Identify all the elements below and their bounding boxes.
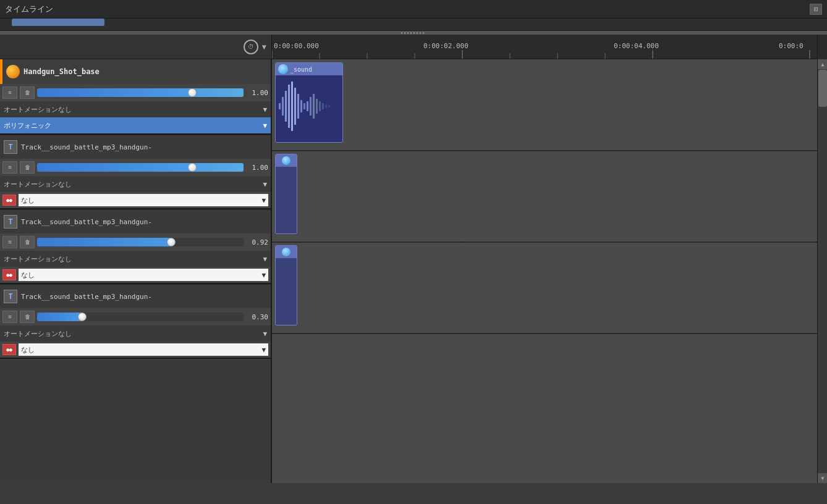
track-type-label-3: T: [8, 292, 12, 301]
track-type-label-1: T: [8, 143, 12, 151]
sub-track-2-automation-label: オートメーションなし: [4, 254, 72, 264]
svg-rect-27: [282, 97, 284, 116]
sub-track-2-name: Track__sound_battle_mp3_handgun-: [21, 218, 152, 226]
svg-rect-39: [319, 101, 321, 111]
sub-track-3-slider-thumb[interactable]: [78, 313, 87, 321]
sub-track-3-volume-row: ≋ 🗑 0.30: [0, 308, 271, 326]
sub-track-2-volume-value: 0.92: [246, 238, 268, 246]
timer-icon[interactable]: ⏱: [244, 40, 258, 54]
audio-clip-2-icon: [282, 156, 291, 165]
send-icon-2[interactable]: ●●: [2, 269, 16, 280]
svg-rect-28: [285, 91, 287, 122]
sub-track-3-automation-label: オートメーションなし: [4, 329, 72, 338]
svg-text:0:00:04.000: 0:00:04.000: [614, 42, 659, 50]
sub-track-2-send-row: ●● なし ▼: [0, 267, 271, 283]
sub-track-3-send-select[interactable]: なし ▼: [19, 343, 268, 356]
svg-text:0:00:0: 0:00:0: [779, 42, 804, 50]
sub-track-3: T Track__sound_battle_mp3_handgun- ≋ 🗑 0…: [0, 284, 271, 359]
sub-track-3-send-arrow[interactable]: ▼: [261, 346, 266, 354]
sub-track-2-slider-thumb[interactable]: [167, 238, 176, 246]
track-type-label-2: T: [8, 217, 12, 226]
sub-track-2-automation-arrow[interactable]: ▼: [263, 255, 267, 263]
track-type-icon-1: T: [4, 140, 17, 154]
restore-button[interactable]: ⊡: [810, 4, 822, 15]
track-header-space: ⏱ ▼: [0, 35, 272, 59]
master-icon-btn-1[interactable]: ≋: [2, 86, 17, 99]
sub-track-3-volume-slider[interactable]: [37, 313, 244, 321]
sub-track-3-volume-value: 0.30: [246, 313, 268, 321]
audio-clip-2-header: [276, 154, 297, 167]
master-polyphonic-label: ポリフォニック: [4, 121, 51, 130]
sub-track-1-header: T Track__sound_battle_mp3_handgun-: [0, 135, 271, 159]
right-scrollbar-top[interactable]: [817, 35, 827, 59]
sub-track-1-volume-slider[interactable]: [37, 163, 244, 172]
time-ruler: 0:00:00.000 0:00:02.000 0:00:04.000 0:00…: [272, 35, 817, 59]
audio-clip-3[interactable]: [275, 245, 297, 326]
sub-track-1-automation-label: オートメーションなし: [4, 180, 72, 189]
horizontal-scrollbar-thumb2[interactable]: [12, 21, 43, 26]
audio-clip-3-icon: [282, 248, 291, 256]
sub-track-2-send-arrow[interactable]: ▼: [261, 271, 266, 279]
sub-track-3-header: T Track__sound_battle_mp3_handgun-: [0, 285, 271, 308]
master-sphere-icon: [6, 65, 20, 78]
audio-clip-2[interactable]: [275, 154, 297, 234]
sub-track-3-send-row: ●● なし ▼: [0, 342, 271, 358]
svg-rect-38: [316, 99, 318, 114]
master-volume-value: 1.00: [246, 89, 268, 97]
svg-rect-33: [300, 100, 302, 112]
sub-track-3-automation-arrow[interactable]: ▼: [263, 330, 267, 338]
sub-track-2-volume-slider[interactable]: [37, 238, 244, 246]
scrollbar-up-arrow[interactable]: ▲: [818, 59, 827, 69]
right-scrollbar[interactable]: ▲ ▼: [817, 59, 827, 483]
svg-rect-40: [322, 103, 324, 109]
audio-clip-2-body: [276, 167, 297, 233]
send-icon-3[interactable]: ●●: [2, 344, 16, 355]
svg-rect-34: [303, 103, 305, 109]
master-polyphonic-arrow[interactable]: ▼: [263, 122, 267, 130]
sub-track-1-send-arrow[interactable]: ▼: [261, 196, 266, 204]
tracks-area: Handgun_Shot_base ≋ 🗑 1.00 オートメーションなし: [0, 59, 817, 483]
master-icon-btn-2[interactable]: 🗑: [20, 86, 35, 99]
send-icon-1[interactable]: ●●: [2, 195, 16, 206]
scrollbar-track[interactable]: [818, 69, 827, 473]
sub-track-1-volume-row: ≋ 🗑 1.00: [0, 159, 271, 176]
sub-track-1: T Track__sound_battle_mp3_handgun- ≋ 🗑 1…: [0, 135, 271, 209]
ruler-svg: 0:00:00.000 0:00:02.000 0:00:04.000 0:00…: [272, 35, 817, 59]
sub-track-1-send-select[interactable]: なし ▼: [19, 194, 268, 206]
sub-track-2-icon-btn-1[interactable]: ≋: [2, 236, 17, 248]
sub-track-2-volume-row: ≋ 🗑 0.92: [0, 233, 271, 251]
audio-clip-1[interactable]: _sound: [275, 62, 343, 143]
master-volume-slider[interactable]: [37, 88, 244, 97]
waveform-svg-1: [276, 75, 342, 142]
sub-track-1-name: Track__sound_battle_mp3_handgun-: [21, 143, 152, 151]
scrollbar-thumb[interactable]: [818, 70, 827, 107]
master-polyphonic-row[interactable]: ポリフォニック ▼: [0, 117, 271, 133]
sub-track-1-icon-btn-1[interactable]: ≋: [2, 161, 17, 174]
svg-rect-37: [313, 94, 315, 119]
sub-track-2: T Track__sound_battle_mp3_handgun- ≋ 🗑 0…: [0, 209, 271, 284]
master-track-group: Handgun_Shot_base ≋ 🗑 1.00 オートメーションなし: [0, 59, 271, 135]
scroll-bar-area[interactable]: [0, 19, 827, 31]
sub-track-1-icon-btn-2[interactable]: 🗑: [20, 161, 35, 174]
master-automation-arrow[interactable]: ▼: [263, 106, 267, 114]
dropdown-arrow-header[interactable]: ▼: [262, 43, 266, 51]
timeline-header: ⏱ ▼ 0:00:00.000 0:00:02.000 0:00:04.000 …: [0, 35, 827, 59]
svg-rect-32: [297, 94, 299, 119]
sub-track-2-send-select[interactable]: なし ▼: [19, 269, 268, 281]
audio-clip-1-header: _sound: [276, 63, 342, 75]
track-type-icon-3: T: [4, 290, 17, 303]
sub-track-1-automation-arrow[interactable]: ▼: [263, 180, 267, 188]
audio-clip-3-header: [276, 246, 297, 258]
sub-track-1-slider-thumb[interactable]: [188, 163, 197, 172]
sub-track-2-icon-btn-2[interactable]: 🗑: [20, 236, 35, 248]
svg-text:0:00:00.000: 0:00:00.000: [274, 42, 319, 50]
master-slider-thumb[interactable]: [188, 88, 197, 97]
track-type-icon-2: T: [4, 215, 17, 229]
sub-track-3-icon-btn-2[interactable]: 🗑: [20, 311, 35, 323]
audio-clip-1-label: _sound: [290, 66, 312, 73]
svg-rect-29: [288, 85, 290, 128]
sub-track-3-icon-btn-1[interactable]: ≋: [2, 311, 17, 323]
sub-track-1-send-label: なし: [21, 196, 35, 205]
scrollbar-down-arrow[interactable]: ▼: [818, 473, 827, 483]
title-controls: ⊡: [810, 4, 822, 15]
